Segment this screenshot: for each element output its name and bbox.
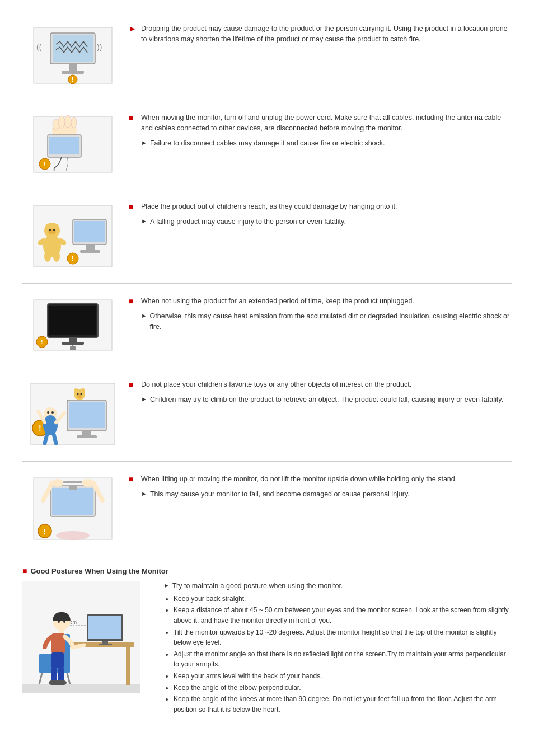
bullet-item-0: Keep your back straight. — [174, 594, 512, 604]
bullet-item-6: Keep the angle of the knees at more than… — [174, 694, 512, 715]
illus-lifting: ! — [31, 475, 115, 542]
good-postures-image: 50cm — [22, 581, 146, 694]
svg-rect-40 — [69, 337, 77, 342]
good-postures-intro: Try to maintain a good posture when usin… — [172, 581, 343, 591]
svg-point-25 — [45, 224, 51, 229]
caution-icon-3: ■ — [129, 202, 138, 211]
svg-point-14 — [71, 117, 77, 128]
svg-text:((: (( — [36, 43, 42, 51]
svg-point-61 — [47, 411, 49, 414]
svg-point-54 — [74, 388, 78, 393]
svg-point-13 — [64, 115, 71, 128]
svg-point-57 — [77, 393, 79, 395]
svg-point-12 — [58, 116, 65, 128]
bullet-item-5: Keep the angle of the elbow perpendicula… — [174, 683, 512, 693]
image-moving: ! — [22, 110, 123, 179]
main-point-toys: ■ Do not place your children's favorite … — [129, 379, 512, 390]
svg-rect-39 — [49, 306, 96, 335]
section-unplugged: ! ■ When not using the product for an ex… — [22, 284, 512, 367]
svg-text:!: ! — [44, 161, 46, 167]
svg-rect-5 — [69, 64, 77, 71]
svg-rect-51 — [82, 431, 91, 435]
content-moving: ■ When moving the monitor, turn off and … — [123, 110, 512, 151]
svg-point-33 — [44, 251, 51, 262]
caution-icon: ► — [129, 24, 138, 33]
bullet-item-2: Tilt the monitor upwards by 10 ~20 degre… — [174, 627, 512, 648]
sub-point-text-children: A falling product may cause injury to th… — [150, 217, 346, 227]
section-heading-good-postures: ■ Good Postures When Using the Monitor — [22, 566, 512, 575]
svg-text:!: ! — [72, 77, 73, 83]
svg-rect-21 — [74, 221, 105, 242]
svg-point-62 — [51, 411, 54, 414]
good-postures-bullet-list: Keep your back straight.Keep a distance … — [163, 594, 512, 715]
good-postures-content: ► Try to maintain a good posture when us… — [146, 581, 512, 716]
svg-point-34 — [53, 251, 60, 262]
svg-point-29 — [53, 229, 55, 231]
svg-rect-82 — [88, 616, 121, 639]
svg-text:!: ! — [41, 339, 43, 345]
svg-point-76 — [56, 531, 90, 540]
content-children: ■ Place the product out of children's re… — [123, 199, 512, 229]
svg-rect-2 — [53, 35, 93, 62]
content-vibration: ► Dropping the product may cause damage … — [123, 21, 512, 49]
image-vibration: (( )) ! — [22, 21, 123, 90]
svg-point-60 — [43, 415, 58, 435]
section-children: ! ■ Place the product out of children's … — [22, 189, 512, 284]
svg-rect-6 — [62, 71, 84, 74]
svg-rect-69 — [52, 488, 93, 515]
main-point-unplugged: ■ When not using the product for an exte… — [129, 296, 512, 307]
svg-rect-16 — [49, 137, 79, 154]
svg-point-58 — [81, 393, 82, 395]
svg-rect-80 — [126, 647, 130, 685]
good-postures-intro-point: ► Try to maintain a good posture when us… — [163, 581, 512, 591]
sub-point-lifting: ► This may cause your monitor to fall, a… — [141, 489, 512, 500]
caution-icon-6: ■ — [129, 475, 138, 483]
svg-rect-41 — [62, 342, 84, 345]
caution-icon-4: ■ — [129, 297, 138, 306]
bullet-item-4: Keep your arms level with the back of yo… — [174, 671, 512, 682]
heading-icon: ■ — [22, 566, 27, 575]
svg-rect-22 — [86, 245, 95, 250]
illus-toys: ! — [28, 381, 118, 448]
svg-text:!: ! — [43, 527, 45, 536]
caution-icon-2: ■ — [129, 113, 138, 122]
content-unplugged: ■ When not using the product for an exte… — [123, 294, 512, 334]
sub-point-text-moving: Failure to disconnect cables may damage … — [150, 138, 385, 149]
svg-text:!: ! — [72, 255, 74, 262]
svg-rect-83 — [102, 641, 108, 644]
good-postures-body: 50cm — [22, 581, 512, 716]
arrow-icon-good-postures: ► — [163, 582, 170, 589]
section-toys: ! — [22, 367, 512, 462]
content-toys: ■ Do not place your children's favorite … — [123, 377, 512, 407]
svg-rect-97 — [51, 652, 64, 668]
sub-point-unplugged: ► Otherwise, this may cause heat emissio… — [141, 311, 512, 332]
good-postures-section: ■ Good Postures When Using the Monitor — [22, 556, 512, 726]
arrow-icon-5: ► — [141, 490, 147, 497]
arrow-icon-2: ► — [141, 218, 147, 224]
svg-line-66 — [54, 434, 56, 443]
illus-good-postures: 50cm — [22, 581, 140, 693]
main-point-1: ► Dropping the product may cause damage … — [129, 24, 512, 45]
svg-rect-23 — [80, 250, 100, 253]
caution-icon-5: ■ — [129, 380, 138, 389]
arrow-icon-4: ► — [141, 396, 147, 402]
svg-rect-71 — [63, 481, 82, 483]
svg-point-94 — [63, 621, 65, 623]
svg-point-26 — [53, 224, 59, 229]
svg-rect-70 — [69, 485, 77, 490]
image-children: ! — [22, 199, 123, 273]
illus-moving: ! — [31, 114, 115, 175]
content-lifting: ■ When lifting up or moving the monitor,… — [123, 472, 512, 502]
sub-point-children: ► A falling product may cause injury to … — [141, 217, 512, 227]
svg-rect-52 — [77, 435, 97, 438]
section-vibration: (( )) ! ► Dropping the product may cause… — [22, 11, 512, 100]
svg-rect-99 — [58, 668, 64, 682]
bullet-item-3: Adjust the monitor angle so that there i… — [174, 649, 512, 670]
sub-point-text-lifting: This may cause your monitor to fall, and… — [150, 489, 410, 500]
svg-rect-50 — [69, 402, 105, 428]
arrow-icon-1: ► — [141, 139, 147, 146]
svg-point-93 — [58, 621, 60, 623]
sub-point-moving: ► Failure to disconnect cables may damag… — [141, 138, 512, 149]
sub-point-toys: ► Children may try to climb on the produ… — [141, 395, 512, 405]
section-lifting: ! ■ When lifting up or moving the monito… — [22, 462, 512, 556]
